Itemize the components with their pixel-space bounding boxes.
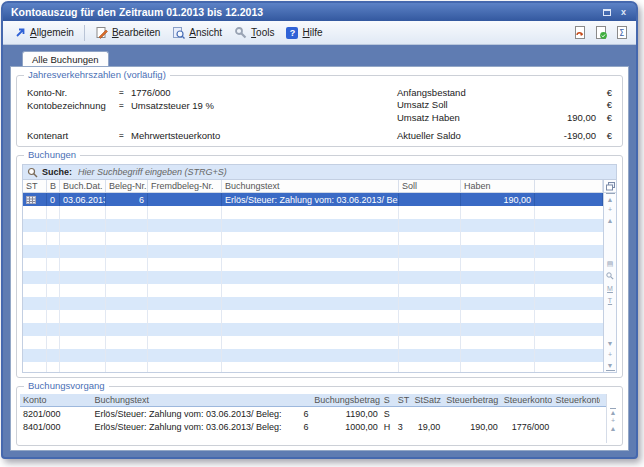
info-label: Anfangsbestand	[397, 87, 527, 98]
scroll-to-top-icon[interactable]: ▲	[606, 193, 615, 204]
scroll-to-top-icon[interactable]: ▲	[610, 408, 617, 416]
empty-row[interactable]	[23, 271, 603, 284]
col-s[interactable]: S	[381, 394, 395, 406]
empty-cell	[23, 271, 47, 284]
info-label: Kontenart	[27, 130, 119, 141]
list-view-icon[interactable]: ▤	[606, 259, 615, 270]
empty-cell	[461, 297, 535, 310]
empty-cell	[461, 232, 535, 245]
menu-bar: Allgemein Bearbeiten Ansicht Tools	[3, 21, 636, 45]
menu-ansicht[interactable]: Ansicht	[166, 24, 228, 41]
column-options-icon[interactable]	[604, 181, 616, 193]
empty-cell	[148, 258, 222, 271]
empty-cell	[60, 323, 106, 336]
empty-row[interactable]	[23, 258, 603, 271]
scroll-page-up-icon[interactable]: +	[611, 417, 615, 424]
empty-cell	[23, 362, 47, 372]
empty-cell	[60, 258, 106, 271]
empty-cell	[461, 323, 535, 336]
menu-bearbeiten[interactable]: Bearbeiten	[89, 24, 166, 41]
col-buchungstext[interactable]: Buchungstext	[222, 180, 399, 192]
empty-cell	[47, 336, 60, 349]
empty-row[interactable]	[23, 362, 603, 372]
empty-cell	[106, 336, 148, 349]
col-steuerkonto-2[interactable]: Steuerkonto 2	[552, 394, 600, 406]
restore-icon	[603, 9, 611, 16]
cell-soll	[399, 193, 461, 206]
col-steuerkonto-1[interactable]: Steuerkonto 1	[501, 394, 553, 406]
scroll-down-icon[interactable]: ▼	[606, 338, 615, 349]
empty-cell	[148, 219, 222, 232]
info-row-kontobezeichnung: Kontobezeichnung = Umsatzsteuer 19 %	[27, 99, 357, 112]
col-st[interactable]: ST	[23, 180, 47, 192]
col-buchungsbetrag[interactable]: Buchungsbetrag	[311, 394, 380, 406]
sum-document-button[interactable]: Σ	[614, 25, 630, 41]
empty-row[interactable]	[23, 232, 603, 245]
empty-cell	[106, 297, 148, 310]
cell-s: H	[381, 420, 395, 433]
scroll-page-up-icon[interactable]: +	[606, 204, 615, 215]
search-input[interactable]	[76, 166, 612, 178]
cell-filler	[535, 193, 603, 206]
empty-row[interactable]	[23, 336, 603, 349]
sort-m-icon[interactable]: M	[606, 283, 615, 294]
equals-bullet-icon: =	[119, 101, 131, 110]
empty-cell	[222, 245, 399, 258]
empty-cell	[222, 284, 399, 297]
sort-t-icon[interactable]: T	[606, 295, 615, 306]
tab-alle-buchungen[interactable]: Alle Buchungen	[22, 51, 109, 66]
print-document-button[interactable]	[572, 25, 588, 41]
empty-row[interactable]	[23, 323, 603, 336]
confirm-document-button[interactable]	[593, 25, 609, 41]
scroll-page-down-icon[interactable]: +	[606, 349, 615, 360]
empty-cell	[399, 219, 461, 232]
scroll-up-icon[interactable]: ▲	[606, 215, 615, 226]
empty-row[interactable]	[23, 206, 603, 219]
empty-cell	[535, 206, 603, 219]
col-beleg-nr[interactable]: Beleg-Nr.	[106, 180, 148, 192]
col-konto[interactable]: Konto	[20, 394, 91, 406]
empty-row[interactable]	[23, 245, 603, 258]
info-right-column: Anfangsbestand € Umsatz Soll € Umsatz Ha…	[357, 86, 612, 142]
search-bar[interactable]: Suche:	[23, 165, 616, 180]
col-stsatz[interactable]: StSatz	[412, 394, 444, 406]
col-st[interactable]: ST	[395, 394, 412, 406]
empty-cell	[399, 362, 461, 372]
bookings-header-row[interactable]: ST B Buch.Dat. Beleg-Nr. Fremdbeleg-Nr. …	[23, 180, 603, 193]
empty-cell	[222, 232, 399, 245]
info-row-umsatz-haben: Umsatz Haben 190,00 €	[397, 111, 612, 124]
empty-row[interactable]	[23, 297, 603, 310]
col-buch-dat[interactable]: Buch.Dat.	[60, 180, 106, 192]
empty-row[interactable]	[23, 349, 603, 362]
menu-hilfe[interactable]: ? Hilfe	[280, 25, 328, 41]
scroll-to-bottom-icon[interactable]: ▼	[606, 360, 615, 371]
spacer	[27, 112, 357, 129]
empty-row[interactable]	[23, 284, 603, 297]
cell-stsatz: 19,00	[412, 420, 444, 433]
empty-row[interactable]	[23, 219, 603, 232]
col-buchungstext[interactable]: Buchungstext	[91, 394, 311, 406]
scroll-up-icon[interactable]: ▲	[610, 425, 617, 432]
col-b[interactable]: B	[47, 180, 60, 192]
empty-cell	[23, 232, 47, 245]
menu-tools[interactable]: Tools	[228, 24, 280, 41]
info-label: Umsatz Haben	[397, 112, 527, 123]
transaction-header-row[interactable]: Konto Buchungstext Buchungsbetrag S ST S…	[20, 394, 606, 407]
transaction-row[interactable]: 8201/000 Erlös/Steuer: Zahlung vom: 03.0…	[20, 407, 606, 420]
close-button[interactable]: x	[617, 6, 630, 18]
cell-konto: 8201/000	[20, 407, 91, 420]
menu-allgemein[interactable]: Allgemein	[9, 25, 80, 40]
title-bar[interactable]: Kontoauszug für den Zeitraum 01.2013 bis…	[3, 3, 636, 21]
col-steuerbetrag[interactable]: Steuerbetrag	[443, 394, 501, 406]
restore-button[interactable]	[600, 6, 613, 18]
empty-row[interactable]	[23, 310, 603, 323]
transaction-row[interactable]: 8401/000 Erlös/Steuer: Zahlung vom: 03.0…	[20, 420, 606, 433]
zoom-icon[interactable]	[606, 271, 615, 282]
currency-symbol: €	[596, 87, 612, 98]
empty-cell	[23, 336, 47, 349]
empty-cell	[535, 336, 603, 349]
col-soll[interactable]: Soll	[399, 180, 461, 192]
col-fremdbeleg-nr[interactable]: Fremdbeleg-Nr.	[148, 180, 222, 192]
col-haben[interactable]: Haben	[461, 180, 535, 192]
booking-row-selected[interactable]: 0 03.06.2013 6 Erlös/Steuer: Zahlung vom…	[23, 193, 603, 206]
